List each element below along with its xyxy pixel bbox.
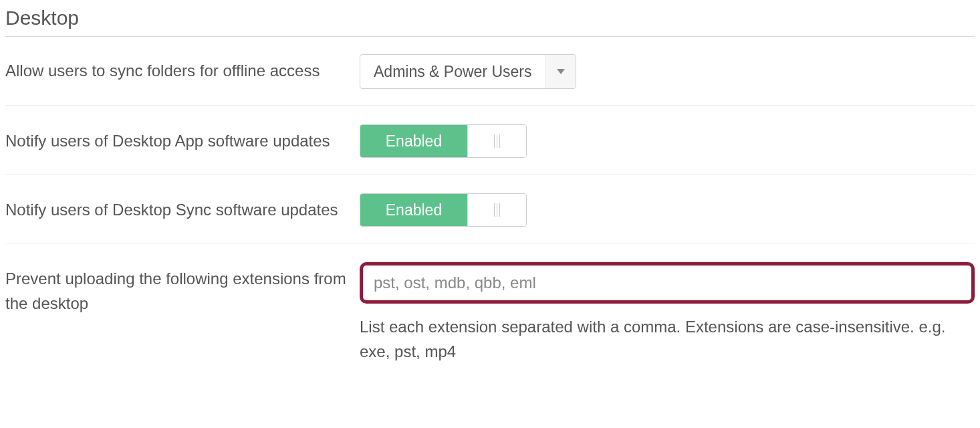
toggle-enabled-label: Enabled (360, 194, 467, 226)
section-divider (5, 36, 975, 37)
section-title: Desktop (5, 7, 975, 29)
desktop-settings-section: Desktop Allow users to sync folders for … (0, 0, 980, 400)
svg-marker-0 (557, 69, 565, 74)
toggle-handle (467, 194, 526, 226)
row-notify-sync-updates: Notify users of Desktop Sync software up… (5, 191, 975, 243)
toggle-enabled-label: Enabled (360, 125, 467, 157)
label-sync-folders: Allow users to sync folders for offline … (5, 54, 360, 83)
prevent-extensions-input[interactable] (367, 268, 967, 298)
notify-app-updates-toggle[interactable]: Enabled (360, 124, 527, 158)
sync-folders-select[interactable]: Admins & Power Users (360, 54, 576, 89)
grip-icon (494, 203, 500, 217)
prevent-extensions-helper: List each extension separated with a com… (360, 314, 975, 364)
row-prevent-extensions: Prevent uploading the following extensio… (5, 259, 975, 380)
row-notify-app-updates: Notify users of Desktop App software upd… (5, 122, 975, 175)
chevron-down-icon (546, 55, 576, 88)
notify-sync-updates-toggle[interactable]: Enabled (360, 193, 527, 227)
toggle-handle (467, 125, 526, 157)
row-sync-folders: Allow users to sync folders for offline … (5, 51, 975, 106)
label-notify-sync-updates: Notify users of Desktop Sync software up… (5, 193, 360, 222)
label-prevent-extensions: Prevent uploading the following extensio… (5, 262, 360, 316)
sync-folders-select-value: Admins & Power Users (360, 55, 546, 88)
label-notify-app-updates: Notify users of Desktop App software upd… (5, 124, 360, 153)
grip-icon (494, 134, 500, 148)
prevent-extensions-highlight (360, 262, 975, 304)
